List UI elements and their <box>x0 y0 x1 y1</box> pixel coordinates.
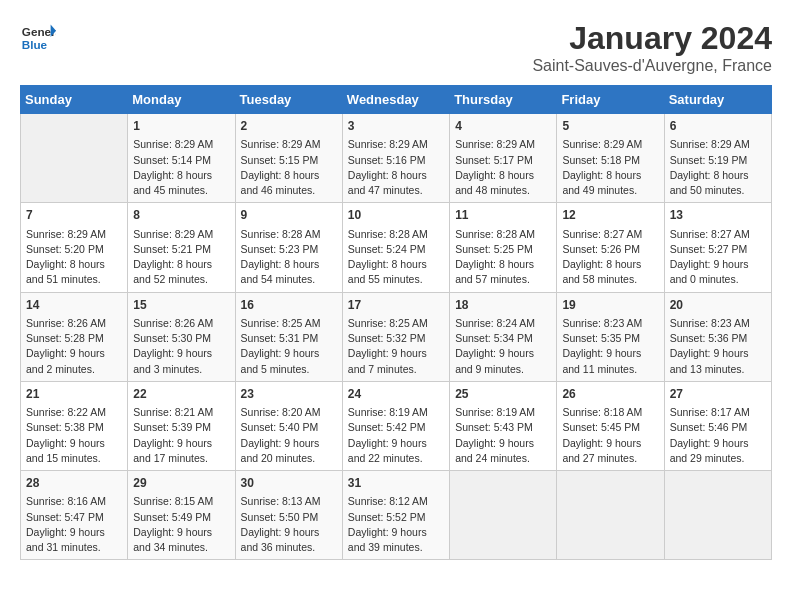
day-number: 10 <box>348 207 444 224</box>
day-info: Sunrise: 8:29 AMSunset: 5:20 PMDaylight:… <box>26 227 122 288</box>
day-number: 13 <box>670 207 766 224</box>
day-info: Sunrise: 8:29 AMSunset: 5:18 PMDaylight:… <box>562 137 658 198</box>
calendar-cell: 4Sunrise: 8:29 AMSunset: 5:17 PMDaylight… <box>450 114 557 203</box>
calendar-cell: 28Sunrise: 8:16 AMSunset: 5:47 PMDayligh… <box>21 471 128 560</box>
calendar-cell: 23Sunrise: 8:20 AMSunset: 5:40 PMDayligh… <box>235 381 342 470</box>
weekday-header-sunday: Sunday <box>21 86 128 114</box>
day-number: 19 <box>562 297 658 314</box>
page-subtitle: Saint-Sauves-d'Auvergne, France <box>532 57 772 75</box>
day-number: 27 <box>670 386 766 403</box>
day-info: Sunrise: 8:19 AMSunset: 5:42 PMDaylight:… <box>348 405 444 466</box>
day-number: 16 <box>241 297 337 314</box>
calendar-cell <box>450 471 557 560</box>
calendar-header-row: SundayMondayTuesdayWednesdayThursdayFrid… <box>21 86 772 114</box>
day-number: 28 <box>26 475 122 492</box>
day-number: 15 <box>133 297 229 314</box>
day-info: Sunrise: 8:25 AMSunset: 5:31 PMDaylight:… <box>241 316 337 377</box>
svg-text:Blue: Blue <box>22 38 48 51</box>
day-number: 30 <box>241 475 337 492</box>
calendar-cell: 21Sunrise: 8:22 AMSunset: 5:38 PMDayligh… <box>21 381 128 470</box>
day-info: Sunrise: 8:28 AMSunset: 5:25 PMDaylight:… <box>455 227 551 288</box>
calendar-cell: 24Sunrise: 8:19 AMSunset: 5:42 PMDayligh… <box>342 381 449 470</box>
day-info: Sunrise: 8:29 AMSunset: 5:15 PMDaylight:… <box>241 137 337 198</box>
day-number: 23 <box>241 386 337 403</box>
day-info: Sunrise: 8:26 AMSunset: 5:28 PMDaylight:… <box>26 316 122 377</box>
day-info: Sunrise: 8:12 AMSunset: 5:52 PMDaylight:… <box>348 494 444 555</box>
day-info: Sunrise: 8:22 AMSunset: 5:38 PMDaylight:… <box>26 405 122 466</box>
day-number: 14 <box>26 297 122 314</box>
day-number: 21 <box>26 386 122 403</box>
day-number: 18 <box>455 297 551 314</box>
day-info: Sunrise: 8:13 AMSunset: 5:50 PMDaylight:… <box>241 494 337 555</box>
calendar-week-row: 28Sunrise: 8:16 AMSunset: 5:47 PMDayligh… <box>21 471 772 560</box>
calendar-table: SundayMondayTuesdayWednesdayThursdayFrid… <box>20 85 772 560</box>
day-info: Sunrise: 8:21 AMSunset: 5:39 PMDaylight:… <box>133 405 229 466</box>
day-number: 2 <box>241 118 337 135</box>
day-info: Sunrise: 8:23 AMSunset: 5:36 PMDaylight:… <box>670 316 766 377</box>
day-number: 1 <box>133 118 229 135</box>
day-info: Sunrise: 8:23 AMSunset: 5:35 PMDaylight:… <box>562 316 658 377</box>
page-header: General Blue General Blue January 2024 S… <box>20 20 772 75</box>
day-number: 3 <box>348 118 444 135</box>
day-info: Sunrise: 8:29 AMSunset: 5:21 PMDaylight:… <box>133 227 229 288</box>
calendar-week-row: 7Sunrise: 8:29 AMSunset: 5:20 PMDaylight… <box>21 203 772 292</box>
calendar-cell: 2Sunrise: 8:29 AMSunset: 5:15 PMDaylight… <box>235 114 342 203</box>
day-info: Sunrise: 8:29 AMSunset: 5:17 PMDaylight:… <box>455 137 551 198</box>
weekday-header-wednesday: Wednesday <box>342 86 449 114</box>
day-info: Sunrise: 8:28 AMSunset: 5:23 PMDaylight:… <box>241 227 337 288</box>
day-info: Sunrise: 8:19 AMSunset: 5:43 PMDaylight:… <box>455 405 551 466</box>
calendar-cell: 11Sunrise: 8:28 AMSunset: 5:25 PMDayligh… <box>450 203 557 292</box>
day-number: 7 <box>26 207 122 224</box>
calendar-cell: 27Sunrise: 8:17 AMSunset: 5:46 PMDayligh… <box>664 381 771 470</box>
day-info: Sunrise: 8:15 AMSunset: 5:49 PMDaylight:… <box>133 494 229 555</box>
calendar-cell: 8Sunrise: 8:29 AMSunset: 5:21 PMDaylight… <box>128 203 235 292</box>
calendar-cell: 1Sunrise: 8:29 AMSunset: 5:14 PMDaylight… <box>128 114 235 203</box>
calendar-week-row: 21Sunrise: 8:22 AMSunset: 5:38 PMDayligh… <box>21 381 772 470</box>
calendar-week-row: 14Sunrise: 8:26 AMSunset: 5:28 PMDayligh… <box>21 292 772 381</box>
day-info: Sunrise: 8:20 AMSunset: 5:40 PMDaylight:… <box>241 405 337 466</box>
calendar-cell: 5Sunrise: 8:29 AMSunset: 5:18 PMDaylight… <box>557 114 664 203</box>
day-number: 22 <box>133 386 229 403</box>
calendar-cell: 29Sunrise: 8:15 AMSunset: 5:49 PMDayligh… <box>128 471 235 560</box>
title-block: January 2024 Saint-Sauves-d'Auvergne, Fr… <box>532 20 772 75</box>
day-number: 20 <box>670 297 766 314</box>
day-info: Sunrise: 8:27 AMSunset: 5:27 PMDaylight:… <box>670 227 766 288</box>
day-info: Sunrise: 8:29 AMSunset: 5:14 PMDaylight:… <box>133 137 229 198</box>
day-number: 5 <box>562 118 658 135</box>
weekday-header-tuesday: Tuesday <box>235 86 342 114</box>
calendar-cell: 20Sunrise: 8:23 AMSunset: 5:36 PMDayligh… <box>664 292 771 381</box>
day-number: 6 <box>670 118 766 135</box>
day-number: 17 <box>348 297 444 314</box>
day-info: Sunrise: 8:29 AMSunset: 5:19 PMDaylight:… <box>670 137 766 198</box>
day-info: Sunrise: 8:17 AMSunset: 5:46 PMDaylight:… <box>670 405 766 466</box>
day-info: Sunrise: 8:28 AMSunset: 5:24 PMDaylight:… <box>348 227 444 288</box>
day-number: 24 <box>348 386 444 403</box>
calendar-cell: 3Sunrise: 8:29 AMSunset: 5:16 PMDaylight… <box>342 114 449 203</box>
logo: General Blue General Blue <box>20 20 56 56</box>
day-number: 26 <box>562 386 658 403</box>
day-info: Sunrise: 8:29 AMSunset: 5:16 PMDaylight:… <box>348 137 444 198</box>
day-number: 4 <box>455 118 551 135</box>
calendar-cell: 15Sunrise: 8:26 AMSunset: 5:30 PMDayligh… <box>128 292 235 381</box>
calendar-cell: 26Sunrise: 8:18 AMSunset: 5:45 PMDayligh… <box>557 381 664 470</box>
calendar-cell: 25Sunrise: 8:19 AMSunset: 5:43 PMDayligh… <box>450 381 557 470</box>
calendar-week-row: 1Sunrise: 8:29 AMSunset: 5:14 PMDaylight… <box>21 114 772 203</box>
day-number: 11 <box>455 207 551 224</box>
calendar-cell: 18Sunrise: 8:24 AMSunset: 5:34 PMDayligh… <box>450 292 557 381</box>
day-info: Sunrise: 8:24 AMSunset: 5:34 PMDaylight:… <box>455 316 551 377</box>
weekday-header-saturday: Saturday <box>664 86 771 114</box>
weekday-header-friday: Friday <box>557 86 664 114</box>
calendar-cell: 12Sunrise: 8:27 AMSunset: 5:26 PMDayligh… <box>557 203 664 292</box>
day-info: Sunrise: 8:16 AMSunset: 5:47 PMDaylight:… <box>26 494 122 555</box>
calendar-cell <box>664 471 771 560</box>
calendar-cell: 31Sunrise: 8:12 AMSunset: 5:52 PMDayligh… <box>342 471 449 560</box>
day-number: 29 <box>133 475 229 492</box>
calendar-cell: 13Sunrise: 8:27 AMSunset: 5:27 PMDayligh… <box>664 203 771 292</box>
calendar-cell: 17Sunrise: 8:25 AMSunset: 5:32 PMDayligh… <box>342 292 449 381</box>
calendar-cell: 7Sunrise: 8:29 AMSunset: 5:20 PMDaylight… <box>21 203 128 292</box>
day-info: Sunrise: 8:25 AMSunset: 5:32 PMDaylight:… <box>348 316 444 377</box>
calendar-cell: 16Sunrise: 8:25 AMSunset: 5:31 PMDayligh… <box>235 292 342 381</box>
calendar-cell: 19Sunrise: 8:23 AMSunset: 5:35 PMDayligh… <box>557 292 664 381</box>
day-number: 8 <box>133 207 229 224</box>
day-info: Sunrise: 8:18 AMSunset: 5:45 PMDaylight:… <box>562 405 658 466</box>
